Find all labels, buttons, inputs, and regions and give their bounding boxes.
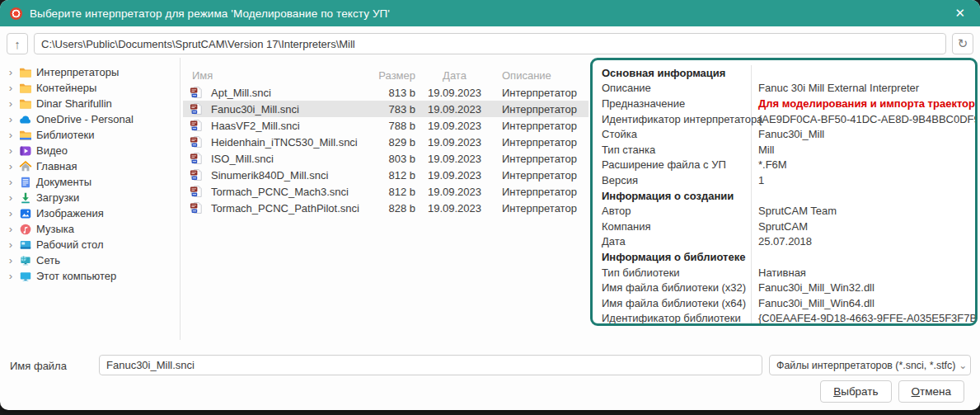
path-input[interactable]: [34, 33, 946, 54]
file-date: 19.09.2023: [415, 202, 494, 215]
chevron-right-icon[interactable]: ›: [7, 98, 15, 109]
sidebar-item-label: Этот компьютер: [36, 270, 116, 282]
chevron-right-icon[interactable]: ›: [7, 192, 15, 203]
file-row[interactable]: Fanuc30i_Mill.snci783 b19.09.2023Интерпр…: [183, 101, 588, 117]
sidebar-item-5[interactable]: ›Библиотеки: [7, 127, 176, 143]
chevron-right-icon[interactable]: ›: [7, 130, 15, 140]
chevron-right-icon[interactable]: ›: [7, 271, 15, 281]
folder-icon: [19, 66, 32, 79]
sidebar-item-label: Документы: [36, 176, 91, 188]
interpreter-file-icon: [190, 86, 203, 99]
dialog-title: Выберите интерпретатор для режима 'Модел…: [30, 7, 390, 20]
sidebar-item-7[interactable]: ›Главная: [7, 158, 176, 174]
sidebar-item-11[interactable]: ›Музыка: [7, 221, 176, 237]
sidebar-item-label: Видео: [36, 144, 68, 157]
info-value: {C0EAAFE4-9D18-4663-9FFE-A035E5F3F7BD}: [751, 311, 978, 327]
file-description: Интерпретатор: [494, 169, 588, 182]
file-name: Tormach_PCNC_PathPilot.snci: [211, 202, 376, 215]
chevron-right-icon[interactable]: ›: [7, 83, 15, 93]
filetype-value: Файлы интерпретаторов (*.snci, *.stfc): [776, 360, 955, 371]
file-description: Интерпретатор: [494, 202, 588, 215]
info-section-header: Информация о создании: [593, 188, 975, 204]
info-value: [751, 249, 975, 265]
sidebar-item-label: Главная: [36, 160, 77, 172]
info-value: Mill: [751, 142, 975, 158]
file-row[interactable]: HaasVF2_Mill.snci788 b19.09.2023Интерпре…: [183, 117, 588, 134]
chevron-right-icon[interactable]: ›: [7, 161, 15, 172]
column-name[interactable]: Имя: [190, 69, 376, 82]
file-name: Sinumerik840D_Mill.snci: [211, 169, 376, 182]
interpreter-file-icon: [190, 135, 203, 149]
sidebar-item-10[interactable]: ›Изображения: [7, 205, 176, 221]
sidebar-item-label: Библиотеки: [36, 129, 94, 141]
desktop-icon: [19, 238, 32, 252]
info-row: Дата25.07.2018: [593, 234, 975, 250]
chevron-right-icon[interactable]: ›: [7, 67, 15, 78]
sidebar-item-12[interactable]: ›Рабочий стол: [7, 237, 176, 252]
chevron-right-icon[interactable]: ›: [7, 255, 15, 266]
sidebar-item-8[interactable]: ›Документы: [7, 174, 176, 190]
computer-icon: [19, 270, 32, 283]
file-row[interactable]: Sinumerik840D_Mill.snci812 b19.09.2023Ин…: [183, 167, 588, 183]
sidebar-item-9[interactable]: ›Загрузки: [7, 190, 176, 205]
info-value: Fanuc30i_Mill_Win32.dll: [751, 280, 975, 295]
chevron-right-icon[interactable]: ›: [7, 208, 15, 219]
filename-input[interactable]: [99, 355, 762, 375]
info-row: Тип станкаMill: [593, 142, 975, 158]
sidebar-item-6[interactable]: ›Видео: [7, 143, 176, 158]
sidebar-item-label: Контейнеры: [36, 82, 96, 94]
sidebar-item-2[interactable]: ›Контейнеры: [7, 80, 176, 96]
sidebar-item-label: Сеть: [36, 254, 60, 266]
chevron-right-icon[interactable]: ›: [7, 114, 15, 125]
chevron-right-icon[interactable]: ›: [7, 177, 15, 187]
chevron-right-icon[interactable]: ›: [7, 224, 15, 234]
interpreter-file-icon: [190, 201, 203, 215]
sidebar-item-3[interactable]: ›Dinar Sharifullin: [7, 96, 176, 111]
sidebar-item-13[interactable]: ›Сеть: [7, 252, 176, 268]
info-panel: Основная информацияОписаниеFanuc 30i Mil…: [590, 58, 978, 326]
network-icon: [19, 254, 32, 267]
file-name: HaasVF2_Mill.snci: [211, 120, 376, 132]
file-row[interactable]: Heidenhain_iTNC530_Mill.snci829 b19.09.2…: [183, 134, 588, 150]
file-row[interactable]: ISO_Mill.snci803 b19.09.2023Интерпретато…: [183, 150, 588, 167]
up-button[interactable]: ↑: [7, 33, 28, 54]
column-date[interactable]: Дата: [415, 69, 494, 82]
info-value: Для моделирования и импорта траектории: [751, 96, 978, 111]
filetype-dropdown[interactable]: Файлы интерпретаторов (*.snci, *.stfc) ⌄: [769, 355, 971, 375]
sidebar-item-1[interactable]: ›Интерпретаторы: [7, 64, 176, 80]
file-row[interactable]: Tormach_PCNC_Mach3.snci812 b19.09.2023Ин…: [183, 183, 588, 200]
column-size[interactable]: Размер: [376, 69, 415, 82]
folder-lib-icon: [19, 129, 32, 142]
info-row: ПредназначениеДля моделирования и импорт…: [593, 96, 975, 111]
cancel-button[interactable]: Отмена: [898, 380, 964, 403]
music-icon: [19, 223, 32, 236]
file-size: 812 b: [376, 169, 415, 182]
info-value: Fanuc 30i Mill External Interpreter: [751, 81, 975, 97]
file-size: 788 b: [376, 120, 415, 132]
chevron-right-icon[interactable]: ›: [7, 239, 15, 250]
select-button[interactable]: Выбрать: [820, 380, 891, 403]
up-arrow-icon: ↑: [14, 37, 21, 51]
info-value: SprutCAM: [751, 219, 975, 234]
column-desc[interactable]: Описание: [494, 69, 588, 82]
chevron-down-icon: ⌄: [955, 360, 967, 371]
close-icon[interactable]: ✕: [950, 4, 970, 22]
info-section-header: Информация о библиотеке: [593, 249, 975, 265]
info-value: SprutCAM Team: [751, 203, 975, 219]
sidebar-item-4[interactable]: ›OneDrive - Personal: [7, 111, 176, 127]
sidebar-item-label: Рабочий стол: [36, 238, 104, 251]
sidebar-item-label: OneDrive - Personal: [36, 113, 134, 125]
refresh-button[interactable]: ↻: [952, 33, 973, 54]
file-row[interactable]: Apt_Mill.snci813 b19.09.2023Интерпретато…: [183, 84, 588, 101]
file-size: 828 b: [376, 202, 415, 215]
file-row[interactable]: Tormach_PCNC_PathPilot.snci828 b19.09.20…: [183, 200, 588, 216]
info-label: Основная информация: [593, 67, 751, 79]
sidebar-item-14[interactable]: ›Этот компьютер: [7, 268, 176, 284]
folder-icon: [19, 97, 32, 111]
file-date: 19.09.2023: [415, 87, 494, 99]
info-value: *.F6M: [751, 158, 975, 173]
file-description: Интерпретатор: [494, 136, 588, 149]
filename-label: Имя файла: [10, 360, 67, 372]
chevron-right-icon[interactable]: ›: [7, 145, 15, 156]
info-value: [751, 65, 975, 81]
